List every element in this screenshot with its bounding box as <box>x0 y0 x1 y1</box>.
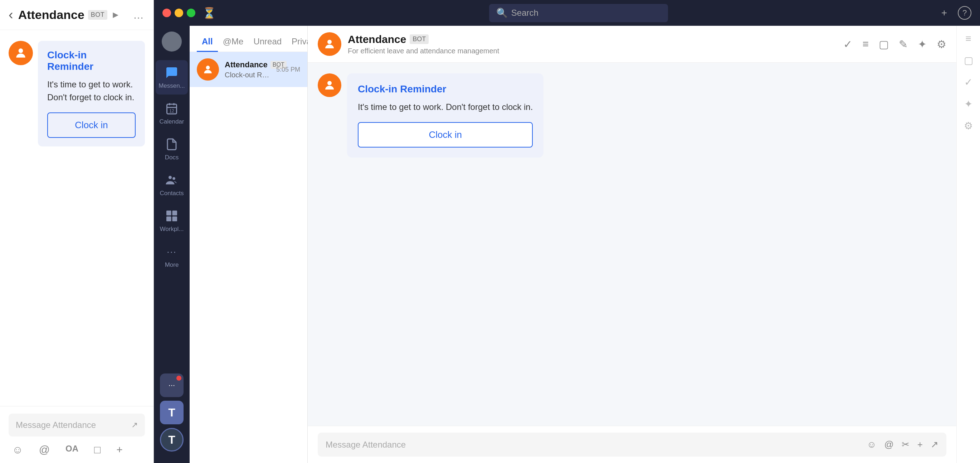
svg-rect-5 <box>166 211 171 216</box>
left-content: Clock-in Reminder It's time to get to wo… <box>0 30 153 406</box>
sidebar-item-messenger[interactable]: Messen... <box>156 60 188 94</box>
chat-scissors-button[interactable]: ✂ <box>902 439 910 450</box>
rs-gear-icon[interactable]: ⚙ <box>964 120 973 132</box>
right-panel: ⏳ 🔍 Search + ? Messen... <box>154 0 980 463</box>
window-button[interactable]: ▢ <box>879 38 889 51</box>
chat-header-actions: ✓ ≡ ▢ ✎ ✦ ⚙ <box>843 38 947 51</box>
sidebar-item-docs[interactable]: Docs <box>156 132 188 166</box>
chat-input-bar[interactable]: Message Attendance ☺ @ ✂ + ↗ <box>318 433 947 457</box>
left-footer: Message Attendance ↗ ☺ @ OA □ + <box>0 406 153 463</box>
svg-rect-7 <box>166 217 171 222</box>
chat-subtitle: For efficient leave and attendance manag… <box>348 47 837 55</box>
left-card-text: It's time to get to work. Don't forget t… <box>47 78 135 104</box>
chat-input-actions: ☺ @ ✂ + ↗ <box>867 439 939 450</box>
sidebar-more-label: More <box>165 262 179 268</box>
chat-msg-text: It's time to get to work. Don't forget t… <box>358 101 533 113</box>
conv-name: Attendance <box>225 60 267 69</box>
pin-button[interactable]: ✦ <box>918 38 927 51</box>
app-body: Messen... 12 Calendar <box>154 26 980 463</box>
title-bar-actions: + ? <box>941 6 971 20</box>
notifications-button[interactable]: ··· <box>160 374 183 397</box>
chat-clock-in-button[interactable]: Clock in <box>358 122 533 147</box>
rs-check-icon[interactable]: ✓ <box>964 76 972 88</box>
search-bar[interactable]: 🔍 Search <box>489 4 668 22</box>
sidebar-bottom: ··· T T <box>160 374 183 457</box>
chat-message-row: Clock-in Reminder It's time to get to wo… <box>318 73 947 158</box>
left-card-title: Clock-in Reminder <box>47 49 135 72</box>
more-options-button[interactable]: … <box>133 9 145 21</box>
chat-messages: Clock-in Reminder It's time to get to wo… <box>308 63 956 426</box>
window-controls <box>162 9 196 17</box>
settings-button[interactable]: ⚙ <box>937 38 947 51</box>
left-toolbar: ☺ @ OA □ + <box>9 444 145 456</box>
docs-icon <box>164 137 179 152</box>
image-icon[interactable]: □ <box>94 444 100 456</box>
sidebar-user-avatar[interactable] <box>162 32 182 51</box>
minimize-window-button[interactable] <box>175 9 183 17</box>
sidebar-item-calendar[interactable]: 12 Calendar <box>156 96 188 130</box>
notification-badge <box>177 376 181 381</box>
left-message-input[interactable]: Message Attendance ↗ <box>9 414 145 436</box>
left-message-row: Clock-in Reminder It's time to get to wo… <box>9 41 145 147</box>
sidebar-avatar-T[interactable]: T <box>160 401 183 424</box>
messenger-icon <box>164 65 179 80</box>
tab-atme[interactable]: @Me <box>218 32 249 52</box>
svg-point-3 <box>169 176 172 179</box>
chat-expand-button[interactable]: ↗ <box>931 439 939 450</box>
add-channel-button[interactable]: + <box>941 7 947 19</box>
chat-title-row: Attendance BOT <box>348 33 837 45</box>
left-clock-in-button[interactable]: Clock in <box>47 112 135 138</box>
chat-input-placeholder: Message Attendance <box>326 440 862 450</box>
more-icon: ··· <box>164 244 179 259</box>
chat-footer: Message Attendance ☺ @ ✂ + ↗ <box>308 426 956 463</box>
chat-at-button[interactable]: @ <box>884 439 893 450</box>
chat-plus-button[interactable]: + <box>917 439 923 450</box>
conv-info-attendance: Attendance BOT Clock-out Reminder <box>225 60 270 79</box>
font-icon[interactable]: OA <box>65 444 78 456</box>
rs-star-icon[interactable]: ✦ <box>964 98 972 110</box>
list-view-button[interactable]: ≡ <box>862 38 869 50</box>
conversation-list: All @Me Unread Private ··· Attendance BO… <box>189 26 308 463</box>
search-icon: 🔍 <box>496 8 508 19</box>
conv-item-attendance[interactable]: Attendance BOT Clock-out Reminder 5:05 P… <box>189 52 307 87</box>
emoji-icon[interactable]: ☺ <box>12 444 23 456</box>
contacts-icon <box>164 172 179 188</box>
chat-emoji-button[interactable]: ☺ <box>867 439 877 450</box>
rs-square-icon[interactable]: ▢ <box>964 54 973 66</box>
left-panel: ‹ Attendance BOT ► … Clock-in Reminder I… <box>0 0 154 463</box>
chat-msg-avatar <box>318 73 341 97</box>
svg-point-0 <box>19 48 23 53</box>
rs-list-icon[interactable]: ≡ <box>965 33 971 45</box>
svg-text:12: 12 <box>169 109 174 113</box>
conv-preview: Clock-out Reminder <box>225 71 270 79</box>
chat-header-avatar <box>318 32 341 56</box>
sidebar: Messen... 12 Calendar <box>154 26 189 463</box>
conv-time: 5:05 PM <box>276 66 300 73</box>
sidebar-item-contacts[interactable]: Contacts <box>156 168 188 202</box>
chat-bot-badge: BOT <box>410 34 429 44</box>
history-icon[interactable]: ⏳ <box>202 7 216 19</box>
conv-tabs: All @Me Unread Private ··· <box>189 26 307 52</box>
back-button[interactable]: ‹ <box>9 7 13 22</box>
svg-point-9 <box>206 65 210 69</box>
at-icon[interactable]: @ <box>39 444 50 456</box>
checkmark-button[interactable]: ✓ <box>843 38 852 51</box>
right-sidebar: ≡ ▢ ✓ ✦ ⚙ <box>956 26 980 463</box>
close-window-button[interactable] <box>162 9 171 17</box>
svg-rect-8 <box>172 217 177 222</box>
sidebar-item-workplace[interactable]: Workpl... <box>156 203 188 238</box>
tab-all[interactable]: All <box>197 32 218 52</box>
sidebar-avatar-main[interactable]: T <box>160 428 183 452</box>
edit-button[interactable]: ✎ <box>899 38 908 51</box>
calendar-icon: 12 <box>164 101 179 116</box>
chat-message-card: Clock-in Reminder It's time to get to wo… <box>347 73 544 158</box>
sidebar-item-more[interactable]: ··· More <box>156 239 188 274</box>
left-header-title: Attendance BOT ► <box>18 8 120 22</box>
svg-point-4 <box>172 177 175 180</box>
tab-unread[interactable]: Unread <box>248 32 286 52</box>
help-button[interactable]: ? <box>958 6 971 20</box>
maximize-window-button[interactable] <box>187 9 196 17</box>
sidebar-calendar-label: Calendar <box>159 118 184 125</box>
add-icon[interactable]: + <box>116 444 123 456</box>
sidebar-docs-label: Docs <box>165 154 179 161</box>
